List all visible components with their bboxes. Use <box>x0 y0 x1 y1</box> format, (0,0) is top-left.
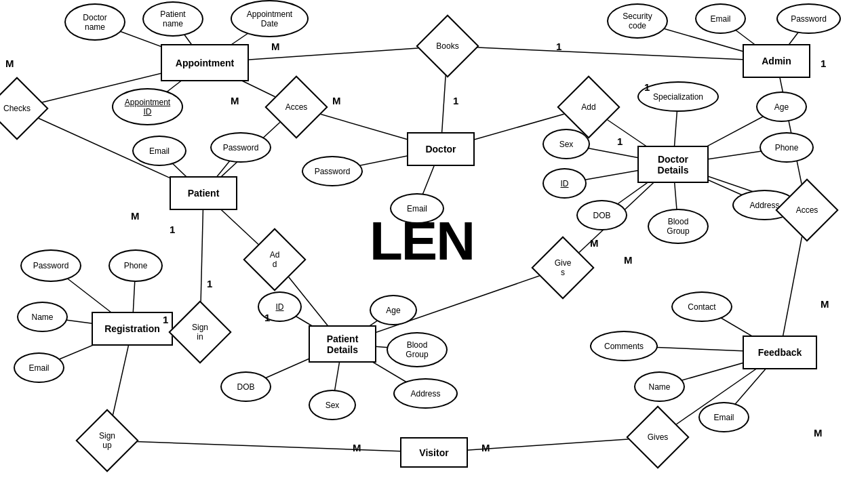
entity-admin: Admin <box>743 44 810 78</box>
label-lbl_1_signin: 1 <box>163 314 168 325</box>
attr-attr_dob_doc: DOB <box>576 200 627 230</box>
watermark-text: LEN <box>370 210 478 272</box>
rel-rel_checks: Checks <box>0 85 41 132</box>
rel-rel_sign_in: Signin <box>176 308 224 356</box>
entity-doctor_details: DoctorDetails <box>637 146 709 183</box>
attr-attr_phone_reg: Phone <box>108 249 163 282</box>
attr-attr_email_reg: Email <box>14 352 64 383</box>
attr-attr_age_patient: Age <box>370 295 417 325</box>
entity-appointment: Appointment <box>161 44 249 81</box>
label-lbl_1_add_p2: 1 <box>264 312 270 323</box>
rel-rel_acces2: Acces <box>783 186 831 234</box>
attr-attr_password_reg: Password <box>20 249 81 282</box>
attr-attr_comments: Comments <box>590 331 658 361</box>
label-lbl_1_reg: 1 <box>170 224 175 235</box>
svg-line-54 <box>107 441 434 453</box>
label-lbl_1_acces2: 1 <box>821 58 826 69</box>
attr-attr_password_admin: Password <box>776 3 841 34</box>
label-lbl_m1: M <box>5 58 14 69</box>
label-lbl_1_add_doc2: 1 <box>617 136 623 147</box>
label-lbl_m_acces1: M <box>231 95 239 106</box>
attr-attr_address_patient: Address <box>393 378 458 409</box>
attr-attr_doctor_name: Doctorname <box>64 3 125 41</box>
attr-attr_phone_doc: Phone <box>760 132 814 163</box>
rel-rel_acces1: Acces <box>273 83 320 131</box>
label-lbl_m_acces2: M <box>332 95 341 106</box>
label-lbl_m2: M <box>271 41 280 52</box>
attr-attr_blood_doc: BloodGroup <box>648 209 709 244</box>
label-lbl_1_books: 1 <box>556 41 561 52</box>
label-lbl_1_add_p: 1 <box>207 278 212 289</box>
attr-attr_email_fb: Email <box>698 402 749 432</box>
er-diagram: AppointmentPatientDoctorAdminRegistratio… <box>0 0 868 488</box>
attr-attr_appt_date: AppointmentDate <box>231 0 309 37</box>
attr-attr_sex_patient: Sex <box>309 390 356 420</box>
rel-rel_gives_fb: Gives <box>634 413 682 461</box>
entity-registration: Registration <box>92 312 173 346</box>
label-lbl_1_add_doc: 1 <box>644 81 650 93</box>
attr-attr_dob_patient: DOB <box>220 371 271 402</box>
rel-rel_add_doc: Add <box>565 83 612 131</box>
attr-attr_age_doc: Age <box>756 92 807 122</box>
label-lbl_m_visitor1: M <box>353 442 361 453</box>
attr-attr_name_reg: Name <box>17 302 68 332</box>
label-lbl_m_patient: M <box>131 210 140 222</box>
attr-attr_patient_name: Patientname <box>142 1 203 37</box>
label-lbl_m_gives_fb: M <box>814 427 823 439</box>
label-lbl_m_acces2b: M <box>821 298 829 310</box>
attr-attr_name_fb: Name <box>634 371 685 402</box>
rel-rel_add_patient: Add <box>251 236 298 283</box>
attr-attr_password2: Password <box>302 156 363 186</box>
rel-rel_books: Books <box>424 22 471 70</box>
attr-attr_appt_id: AppointmentID <box>112 88 183 125</box>
attr-attr_email_admin: Email <box>695 3 746 34</box>
attr-attr_email_appt: Email <box>132 136 186 166</box>
attr-attr_id_doc: ID <box>542 168 587 199</box>
entity-patient_details: PatientDetails <box>309 325 376 363</box>
entity-visitor: Visitor <box>400 437 468 468</box>
rel-rel_sign_up: Signup <box>83 417 131 464</box>
attr-attr_blood_patient: BloodGroup <box>387 332 448 367</box>
label-lbl_m_gives2: M <box>624 254 633 266</box>
entity-feedback: Feedback <box>743 336 817 369</box>
entity-doctor: Doctor <box>407 132 475 166</box>
label-lbl_1_doctor: 1 <box>453 95 458 106</box>
svg-line-18 <box>448 46 776 61</box>
rel-rel_gives_doc: Gives <box>539 244 587 291</box>
attr-attr_password_appt: Password <box>210 132 271 163</box>
attr-attr_security: Securitycode <box>607 3 668 39</box>
label-lbl_m_visitor2: M <box>481 442 490 453</box>
entity-patient: Patient <box>170 176 237 210</box>
attr-attr_contact: Contact <box>671 291 732 322</box>
label-lbl_m_gives: M <box>590 237 599 249</box>
